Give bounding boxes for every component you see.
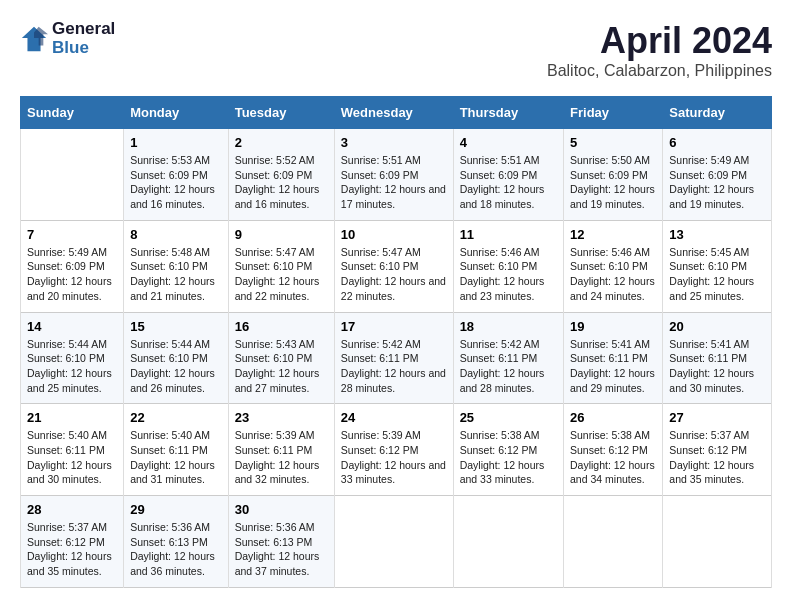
day-number: 24 <box>341 410 447 425</box>
calendar-cell: 11Sunrise: 5:46 AMSunset: 6:10 PMDayligh… <box>453 220 563 312</box>
day-info: Sunrise: 5:51 AMSunset: 6:09 PMDaylight:… <box>341 153 447 212</box>
day-number: 14 <box>27 319 117 334</box>
day-info: Sunrise: 5:43 AMSunset: 6:10 PMDaylight:… <box>235 337 328 396</box>
day-number: 23 <box>235 410 328 425</box>
day-info: Sunrise: 5:47 AMSunset: 6:10 PMDaylight:… <box>341 245 447 304</box>
week-row-2: 7Sunrise: 5:49 AMSunset: 6:09 PMDaylight… <box>21 220 772 312</box>
day-info: Sunrise: 5:40 AMSunset: 6:11 PMDaylight:… <box>27 428 117 487</box>
column-header-thursday: Thursday <box>453 97 563 129</box>
day-info: Sunrise: 5:53 AMSunset: 6:09 PMDaylight:… <box>130 153 222 212</box>
calendar-cell: 10Sunrise: 5:47 AMSunset: 6:10 PMDayligh… <box>334 220 453 312</box>
calendar-cell <box>663 496 772 588</box>
day-info: Sunrise: 5:39 AMSunset: 6:11 PMDaylight:… <box>235 428 328 487</box>
calendar-cell: 17Sunrise: 5:42 AMSunset: 6:11 PMDayligh… <box>334 312 453 404</box>
day-number: 28 <box>27 502 117 517</box>
calendar-cell: 6Sunrise: 5:49 AMSunset: 6:09 PMDaylight… <box>663 129 772 221</box>
day-info: Sunrise: 5:37 AMSunset: 6:12 PMDaylight:… <box>27 520 117 579</box>
day-info: Sunrise: 5:46 AMSunset: 6:10 PMDaylight:… <box>570 245 656 304</box>
subtitle: Balitoc, Calabarzon, Philippines <box>547 62 772 80</box>
logo: General Blue <box>20 20 115 57</box>
calendar-cell: 3Sunrise: 5:51 AMSunset: 6:09 PMDaylight… <box>334 129 453 221</box>
day-number: 7 <box>27 227 117 242</box>
calendar-cell: 23Sunrise: 5:39 AMSunset: 6:11 PMDayligh… <box>228 404 334 496</box>
day-number: 2 <box>235 135 328 150</box>
day-number: 27 <box>669 410 765 425</box>
day-number: 11 <box>460 227 557 242</box>
day-number: 3 <box>341 135 447 150</box>
day-number: 19 <box>570 319 656 334</box>
calendar-cell: 27Sunrise: 5:37 AMSunset: 6:12 PMDayligh… <box>663 404 772 496</box>
day-number: 30 <box>235 502 328 517</box>
calendar-cell: 1Sunrise: 5:53 AMSunset: 6:09 PMDaylight… <box>124 129 229 221</box>
day-info: Sunrise: 5:39 AMSunset: 6:12 PMDaylight:… <box>341 428 447 487</box>
logo-icon <box>20 25 48 53</box>
calendar-cell <box>453 496 563 588</box>
day-info: Sunrise: 5:47 AMSunset: 6:10 PMDaylight:… <box>235 245 328 304</box>
day-info: Sunrise: 5:38 AMSunset: 6:12 PMDaylight:… <box>570 428 656 487</box>
calendar-cell: 9Sunrise: 5:47 AMSunset: 6:10 PMDaylight… <box>228 220 334 312</box>
calendar-cell: 26Sunrise: 5:38 AMSunset: 6:12 PMDayligh… <box>564 404 663 496</box>
day-number: 25 <box>460 410 557 425</box>
day-info: Sunrise: 5:45 AMSunset: 6:10 PMDaylight:… <box>669 245 765 304</box>
day-number: 4 <box>460 135 557 150</box>
logo-text: General Blue <box>52 20 115 57</box>
day-number: 12 <box>570 227 656 242</box>
main-title: April 2024 <box>547 20 772 62</box>
day-number: 13 <box>669 227 765 242</box>
day-number: 26 <box>570 410 656 425</box>
calendar-cell: 25Sunrise: 5:38 AMSunset: 6:12 PMDayligh… <box>453 404 563 496</box>
day-info: Sunrise: 5:42 AMSunset: 6:11 PMDaylight:… <box>341 337 447 396</box>
day-info: Sunrise: 5:49 AMSunset: 6:09 PMDaylight:… <box>669 153 765 212</box>
calendar-cell: 13Sunrise: 5:45 AMSunset: 6:10 PMDayligh… <box>663 220 772 312</box>
day-info: Sunrise: 5:50 AMSunset: 6:09 PMDaylight:… <box>570 153 656 212</box>
calendar-cell: 8Sunrise: 5:48 AMSunset: 6:10 PMDaylight… <box>124 220 229 312</box>
day-number: 20 <box>669 319 765 334</box>
column-header-tuesday: Tuesday <box>228 97 334 129</box>
day-number: 1 <box>130 135 222 150</box>
column-header-sunday: Sunday <box>21 97 124 129</box>
calendar-cell <box>334 496 453 588</box>
day-info: Sunrise: 5:36 AMSunset: 6:13 PMDaylight:… <box>130 520 222 579</box>
day-number: 16 <box>235 319 328 334</box>
day-number: 15 <box>130 319 222 334</box>
day-info: Sunrise: 5:44 AMSunset: 6:10 PMDaylight:… <box>27 337 117 396</box>
day-info: Sunrise: 5:48 AMSunset: 6:10 PMDaylight:… <box>130 245 222 304</box>
column-header-saturday: Saturday <box>663 97 772 129</box>
day-number: 6 <box>669 135 765 150</box>
calendar-cell: 29Sunrise: 5:36 AMSunset: 6:13 PMDayligh… <box>124 496 229 588</box>
calendar-cell: 22Sunrise: 5:40 AMSunset: 6:11 PMDayligh… <box>124 404 229 496</box>
title-block: April 2024 Balitoc, Calabarzon, Philippi… <box>547 20 772 80</box>
calendar-cell: 15Sunrise: 5:44 AMSunset: 6:10 PMDayligh… <box>124 312 229 404</box>
day-info: Sunrise: 5:38 AMSunset: 6:12 PMDaylight:… <box>460 428 557 487</box>
calendar-cell: 18Sunrise: 5:42 AMSunset: 6:11 PMDayligh… <box>453 312 563 404</box>
day-number: 29 <box>130 502 222 517</box>
column-header-friday: Friday <box>564 97 663 129</box>
page-header: General Blue April 2024 Balitoc, Calabar… <box>20 20 772 80</box>
calendar-cell: 16Sunrise: 5:43 AMSunset: 6:10 PMDayligh… <box>228 312 334 404</box>
column-header-monday: Monday <box>124 97 229 129</box>
day-number: 18 <box>460 319 557 334</box>
day-number: 21 <box>27 410 117 425</box>
calendar-cell: 2Sunrise: 5:52 AMSunset: 6:09 PMDaylight… <box>228 129 334 221</box>
calendar-cell: 28Sunrise: 5:37 AMSunset: 6:12 PMDayligh… <box>21 496 124 588</box>
day-info: Sunrise: 5:44 AMSunset: 6:10 PMDaylight:… <box>130 337 222 396</box>
day-info: Sunrise: 5:37 AMSunset: 6:12 PMDaylight:… <box>669 428 765 487</box>
day-info: Sunrise: 5:51 AMSunset: 6:09 PMDaylight:… <box>460 153 557 212</box>
calendar-cell: 30Sunrise: 5:36 AMSunset: 6:13 PMDayligh… <box>228 496 334 588</box>
calendar-cell: 7Sunrise: 5:49 AMSunset: 6:09 PMDaylight… <box>21 220 124 312</box>
week-row-3: 14Sunrise: 5:44 AMSunset: 6:10 PMDayligh… <box>21 312 772 404</box>
calendar-cell: 20Sunrise: 5:41 AMSunset: 6:11 PMDayligh… <box>663 312 772 404</box>
calendar-cell: 5Sunrise: 5:50 AMSunset: 6:09 PMDaylight… <box>564 129 663 221</box>
day-number: 9 <box>235 227 328 242</box>
calendar-cell: 19Sunrise: 5:41 AMSunset: 6:11 PMDayligh… <box>564 312 663 404</box>
day-info: Sunrise: 5:41 AMSunset: 6:11 PMDaylight:… <box>570 337 656 396</box>
header-row: SundayMondayTuesdayWednesdayThursdayFrid… <box>21 97 772 129</box>
day-info: Sunrise: 5:46 AMSunset: 6:10 PMDaylight:… <box>460 245 557 304</box>
calendar-cell <box>564 496 663 588</box>
day-info: Sunrise: 5:42 AMSunset: 6:11 PMDaylight:… <box>460 337 557 396</box>
calendar-cell: 21Sunrise: 5:40 AMSunset: 6:11 PMDayligh… <box>21 404 124 496</box>
day-info: Sunrise: 5:49 AMSunset: 6:09 PMDaylight:… <box>27 245 117 304</box>
calendar-cell: 12Sunrise: 5:46 AMSunset: 6:10 PMDayligh… <box>564 220 663 312</box>
day-info: Sunrise: 5:41 AMSunset: 6:11 PMDaylight:… <box>669 337 765 396</box>
day-number: 22 <box>130 410 222 425</box>
